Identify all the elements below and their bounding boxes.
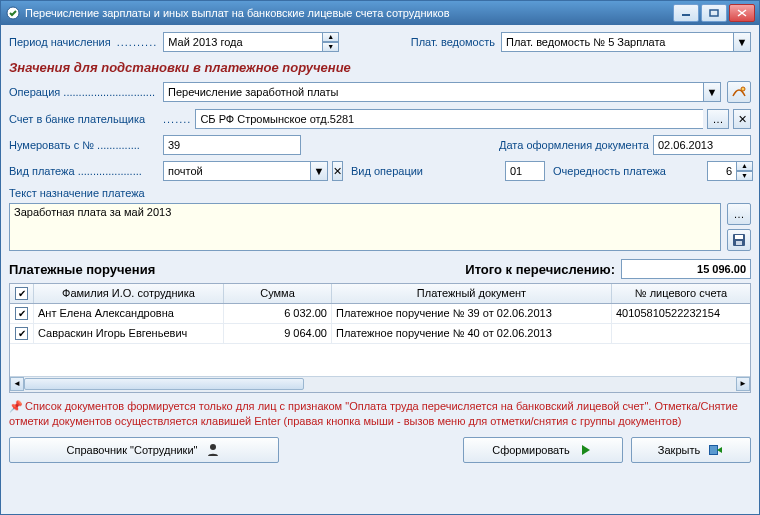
header-name[interactable]: Фамилия И.О. сотрудника <box>34 284 224 303</box>
hint-text: 📌Список документов формируется только дл… <box>9 399 751 429</box>
priority-input[interactable] <box>707 161 737 181</box>
purpose-browse-button[interactable]: … <box>727 203 751 225</box>
vedomost-label: Плат. ведомость <box>411 36 495 48</box>
operation-tool-button[interactable] <box>727 81 751 103</box>
vedomost-input[interactable] <box>501 32 733 52</box>
bank-account-clear-button[interactable]: ✕ <box>733 109 751 129</box>
vedomost-dropdown-button[interactable]: ▼ <box>733 32 751 52</box>
titlebar: Перечисление зарплаты и иных выплат на б… <box>1 1 759 25</box>
play-icon <box>578 444 594 456</box>
person-icon <box>205 443 221 457</box>
dots: ....... <box>163 113 191 125</box>
svg-rect-5 <box>735 235 743 239</box>
period-spinner[interactable]: ▲▼ <box>163 32 339 52</box>
purpose-save-button[interactable] <box>727 229 751 251</box>
close-button[interactable]: Закрыть <box>631 437 751 463</box>
main-window: Перечисление зарплаты и иных выплат на б… <box>0 0 760 515</box>
pin-icon: 📌 <box>9 400 23 412</box>
maximize-button[interactable] <box>701 4 727 22</box>
operation-input[interactable] <box>163 82 703 102</box>
doc-date-label: Дата оформления документа <box>499 139 649 151</box>
row-checkbox[interactable]: ✔ <box>10 324 34 343</box>
header-doc[interactable]: Платежный документ <box>332 284 612 303</box>
close-window-button[interactable] <box>729 4 755 22</box>
row-sum: 6 032.00 <box>224 304 332 323</box>
row-name: Ант Елена Александровна <box>34 304 224 323</box>
period-down[interactable]: ▼ <box>323 42 339 52</box>
row-acc: 40105810522232154 <box>612 304 750 323</box>
period-up[interactable]: ▲ <box>323 32 339 42</box>
doc-date-input[interactable] <box>653 135 751 155</box>
operation-label: Операция .............................. <box>9 86 159 98</box>
row-name: Савраскин Игорь Евгеньевич <box>34 324 224 343</box>
svg-rect-1 <box>682 14 690 16</box>
row-doc: Платежное поручение № 39 от 02.06.2013 <box>332 304 612 323</box>
oper-kind-label: Вид операции <box>351 165 501 177</box>
dots: .......... <box>117 36 158 48</box>
number-from-label: Нумеровать с № .............. <box>9 139 159 151</box>
priority-down[interactable]: ▼ <box>737 171 753 181</box>
operation-dropdown-button[interactable]: ▼ <box>703 82 721 102</box>
exit-icon <box>708 444 724 456</box>
payment-kind-dropdown-button[interactable]: ▼ <box>310 161 328 181</box>
scroll-right-button[interactable]: ► <box>736 377 750 391</box>
bank-account-label: Счет в банке плательщика <box>9 113 159 125</box>
form-button[interactable]: Сформировать <box>463 437 623 463</box>
purpose-textarea[interactable]: Заработная плата за май 2013 <box>9 203 721 251</box>
period-input[interactable] <box>163 32 323 52</box>
header-acc[interactable]: № лицевого счета <box>612 284 750 303</box>
total-value <box>621 259 751 279</box>
bank-account-browse-button[interactable]: … <box>707 109 729 129</box>
check-all[interactable]: ✔ <box>15 287 28 300</box>
svg-point-3 <box>741 87 745 91</box>
payment-kind-input[interactable] <box>163 161 310 181</box>
svg-rect-9 <box>710 446 717 454</box>
horizontal-scrollbar[interactable]: ◄ ► <box>10 376 750 392</box>
employees-button-label: Справочник "Сотрудники" <box>67 444 198 456</box>
header-checkbox-col[interactable]: ✔ <box>10 284 34 303</box>
close-button-label: Закрыть <box>658 444 700 456</box>
app-icon <box>5 5 21 21</box>
row-acc <box>612 324 750 343</box>
number-from-input[interactable] <box>163 135 301 155</box>
window-title: Перечисление зарплаты и иных выплат на б… <box>25 7 673 19</box>
section-substitution-title: Значения для подстановки в платежное пор… <box>9 60 751 75</box>
payment-kind-label: Вид платежа ..................... <box>9 165 159 177</box>
svg-point-7 <box>210 444 216 450</box>
grid-header: ✔ Фамилия И.О. сотрудника Сумма Платежны… <box>10 284 750 304</box>
scroll-thumb[interactable] <box>24 378 304 390</box>
svg-rect-6 <box>736 241 742 245</box>
purpose-label: Текст назначение платежа <box>9 187 751 199</box>
orders-grid: ✔ Фамилия И.О. сотрудника Сумма Платежны… <box>9 283 751 393</box>
header-sum[interactable]: Сумма <box>224 284 332 303</box>
minimize-button[interactable] <box>673 4 699 22</box>
priority-up[interactable]: ▲ <box>737 161 753 171</box>
scroll-left-button[interactable]: ◄ <box>10 377 24 391</box>
form-button-label: Сформировать <box>492 444 570 456</box>
bank-account-input[interactable] <box>195 109 703 129</box>
oper-kind-input[interactable] <box>505 161 545 181</box>
row-sum: 9 064.00 <box>224 324 332 343</box>
table-row[interactable]: ✔Савраскин Игорь Евгеньевич9 064.00Плате… <box>10 324 750 344</box>
employees-button[interactable]: Справочник "Сотрудники" <box>9 437 279 463</box>
total-label: Итого к перечислению: <box>465 262 615 277</box>
row-doc: Платежное поручение № 40 от 02.06.2013 <box>332 324 612 343</box>
table-row[interactable]: ✔Ант Елена Александровна6 032.00Платежно… <box>10 304 750 324</box>
period-label: Период начисления <box>9 36 111 48</box>
svg-rect-2 <box>710 10 718 16</box>
priority-label: Очередность платежа <box>553 165 703 177</box>
row-checkbox[interactable]: ✔ <box>10 304 34 323</box>
payment-kind-clear-button[interactable]: ✕ <box>332 161 343 181</box>
orders-section-title: Платежные поручения <box>9 262 155 277</box>
